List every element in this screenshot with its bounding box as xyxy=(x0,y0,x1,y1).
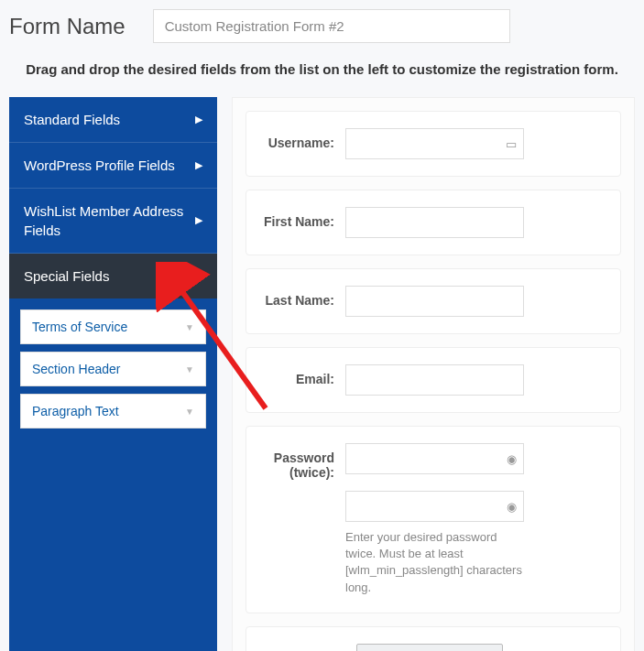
sidebar-section-label: WordPress Profile Fields xyxy=(24,156,175,175)
sidebar-section-wordpress-profile[interactable]: WordPress Profile Fields ▶ xyxy=(9,143,217,189)
chevron-down-icon: ▼ xyxy=(185,364,194,374)
field-label: Paragraph Text xyxy=(32,404,119,418)
form-row-submit: Submit Registration xyxy=(246,626,621,651)
form-name-input[interactable] xyxy=(153,9,510,43)
chevron-down-icon: ▼ xyxy=(185,322,194,332)
chevron-right-icon: ▶ xyxy=(195,113,202,126)
firstname-input[interactable] xyxy=(345,207,524,238)
instruction-text: Drag and drop the desired fields from th… xyxy=(9,61,635,77)
password-confirm-input[interactable] xyxy=(345,491,524,522)
chevron-down-icon: ▼ xyxy=(192,269,202,283)
sidebar-section-standard-fields[interactable]: Standard Fields ▶ xyxy=(9,97,217,143)
password-help-text: Enter your desired password twice. Must … xyxy=(345,529,524,596)
lastname-input[interactable] xyxy=(345,286,524,317)
sidebar-section-wishlist-address[interactable]: WishList Member Address Fields ▶ xyxy=(9,189,217,254)
field-paragraph-text[interactable]: Paragraph Text ▼ xyxy=(20,394,206,429)
key-icon: ◉ xyxy=(507,499,517,513)
field-label: Last Name: xyxy=(263,286,345,308)
form-row-password[interactable]: Password (twice): ◉ ◉ Enter your desired… xyxy=(246,426,621,613)
field-label: First Name: xyxy=(263,207,345,229)
sidebar-spacer xyxy=(9,439,217,651)
special-fields-list: Terms of Service ▼ Section Header ▼ Para… xyxy=(9,298,217,439)
contact-icon: ▭ xyxy=(506,136,517,150)
field-label: Terms of Service xyxy=(32,320,127,334)
sidebar-section-special-fields[interactable]: Special Fields ▼ xyxy=(9,254,217,298)
field-label: Username: xyxy=(263,128,345,150)
sidebar-section-label: WishList Member Address Fields xyxy=(24,201,195,240)
username-input[interactable] xyxy=(345,128,524,159)
form-row-username[interactable]: Username: ▭ xyxy=(246,111,621,177)
chevron-right-icon: ▶ xyxy=(195,158,202,172)
chevron-down-icon: ▼ xyxy=(185,407,194,417)
field-terms-of-service[interactable]: Terms of Service ▼ xyxy=(20,309,206,344)
field-label: Password (twice): xyxy=(263,443,345,480)
field-section-header[interactable]: Section Header ▼ xyxy=(20,352,206,386)
key-icon: ◉ xyxy=(507,451,517,465)
field-label: Email: xyxy=(263,364,345,386)
form-row-firstname[interactable]: First Name: xyxy=(246,190,621,255)
field-label: Section Header xyxy=(32,362,121,376)
submit-registration-button[interactable]: Submit Registration xyxy=(356,644,503,651)
password-input[interactable] xyxy=(345,443,524,474)
sidebar-section-label: Special Fields xyxy=(24,266,109,286)
form-row-lastname[interactable]: Last Name: xyxy=(246,268,621,334)
chevron-right-icon: ▶ xyxy=(195,213,202,227)
form-canvas: Username: ▭ First Name: Last Name: Email… xyxy=(232,97,635,651)
fields-sidebar: Standard Fields ▶ WordPress Profile Fiel… xyxy=(9,97,217,651)
sidebar-section-label: Standard Fields xyxy=(24,110,120,129)
form-row-email[interactable]: Email: xyxy=(246,347,621,413)
email-input[interactable] xyxy=(345,364,524,396)
form-name-label: Form Name xyxy=(9,14,126,39)
